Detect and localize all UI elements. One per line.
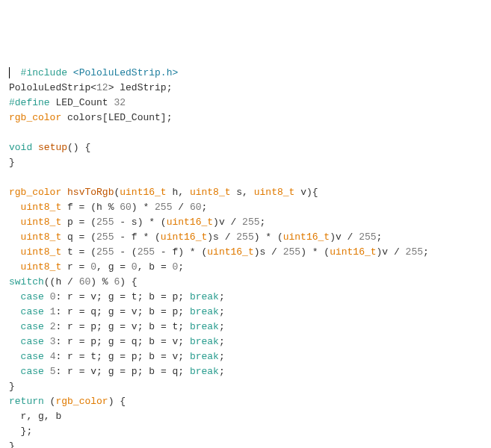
code-token: v){ bbox=[294, 187, 318, 198]
code-token: case bbox=[21, 336, 44, 347]
code-line[interactable]: void setup() { bbox=[9, 140, 482, 155]
code-token: f = (h % bbox=[61, 202, 120, 213]
code-line[interactable]: uint8_t t = (255 - (255 - f) * (uint16_t… bbox=[9, 245, 482, 260]
code-line[interactable]: }; bbox=[9, 424, 482, 439]
code-token: uint8_t bbox=[21, 246, 62, 258]
code-token: < bbox=[90, 82, 96, 93]
code-token: 255 bbox=[96, 246, 114, 258]
code-token: uint8_t bbox=[21, 217, 62, 228]
code-token: case bbox=[21, 306, 44, 317]
code-token: rgb_color bbox=[9, 112, 61, 123]
code-line[interactable] bbox=[9, 125, 482, 140]
code-token: } bbox=[9, 381, 15, 392]
code-token: p = ( bbox=[61, 217, 96, 228]
code-line[interactable]: return (rgb_color) { bbox=[9, 394, 482, 409]
indent bbox=[9, 231, 21, 243]
code-line[interactable]: case 4: r = t; g = p; b = v; break; bbox=[9, 349, 482, 364]
code-line[interactable]: uint8_t f = (h % 60) * 255 / 60; bbox=[9, 200, 482, 215]
code-token: q = ( bbox=[61, 231, 96, 243]
code-line[interactable]: uint8_t q = (255 - f * (uint16_t)s / 255… bbox=[9, 230, 482, 245]
code-line[interactable]: r, g, b bbox=[9, 409, 482, 424]
code-token: break bbox=[190, 336, 219, 347]
code-token: ; bbox=[219, 351, 225, 362]
code-line[interactable]: uint8_t r = 0, g = 0, b = 0; bbox=[9, 260, 482, 275]
code-token: - s) * ( bbox=[114, 217, 166, 228]
code-token: )v / bbox=[330, 231, 359, 243]
code-line[interactable]: PololuLedStrip<12> ledStrip; bbox=[9, 81, 482, 96]
code-editor[interactable]: #include <PololuLedStrip.h>PololuLedStri… bbox=[9, 66, 482, 448]
code-line[interactable]: case 2: r = p; g = v; b = t; break; bbox=[9, 320, 482, 335]
code-token: ; bbox=[219, 321, 225, 332]
indent bbox=[9, 261, 21, 273]
code-line[interactable]: } bbox=[9, 439, 482, 448]
code-token: h, bbox=[167, 187, 190, 198]
code-line[interactable]: #define LED_Count 32 bbox=[9, 96, 482, 111]
code-token: ) * bbox=[132, 202, 155, 213]
code-token: ; bbox=[423, 246, 429, 258]
code-token: , g = bbox=[96, 261, 132, 273]
code-token: ) * ( bbox=[254, 231, 283, 243]
code-token bbox=[61, 187, 67, 198]
code-token: ; bbox=[219, 291, 225, 302]
code-line[interactable]: uint8_t p = (255 - s) * (uint16_t)v / 25… bbox=[9, 215, 482, 230]
code-token: s, bbox=[231, 187, 254, 198]
code-token: 32 bbox=[114, 97, 126, 108]
indent bbox=[9, 67, 21, 78]
code-line[interactable]: case 3: r = p; g = q; b = v; break; bbox=[9, 335, 482, 349]
code-line[interactable]: case 0: r = v; g = t; b = p; break; bbox=[9, 290, 482, 305]
code-token: LED_Count bbox=[55, 97, 108, 108]
code-line[interactable] bbox=[9, 170, 482, 185]
code-token: PololuLedStrip bbox=[9, 82, 90, 93]
code-token: 0 bbox=[90, 261, 96, 273]
code-token: 12 bbox=[96, 82, 108, 93]
code-token: / bbox=[172, 202, 189, 213]
code-token: break bbox=[190, 306, 219, 317]
code-token: ; bbox=[178, 261, 184, 273]
indent bbox=[9, 202, 21, 213]
code-token bbox=[44, 306, 50, 317]
code-token: ) { bbox=[108, 396, 126, 407]
code-token: 255 bbox=[283, 246, 300, 258]
code-token: rgb_color bbox=[55, 396, 108, 407]
code-line[interactable]: #include <PololuLedStrip.h> bbox=[9, 66, 482, 81]
code-token: case bbox=[21, 366, 44, 377]
code-token: break bbox=[190, 321, 219, 332]
code-token: () { bbox=[67, 142, 90, 153]
code-token: colors[LED_Count]; bbox=[61, 112, 172, 123]
code-token: t = ( bbox=[61, 246, 96, 258]
code-line[interactable]: case 1: r = q; g = v; b = p; break; bbox=[9, 305, 482, 320]
code-token: #define bbox=[9, 97, 50, 108]
code-token: 255 bbox=[138, 246, 155, 258]
code-token bbox=[32, 142, 38, 153]
indent bbox=[9, 411, 21, 422]
code-line[interactable]: rgb_color colors[LED_Count]; bbox=[9, 111, 482, 125]
code-token: } bbox=[9, 441, 15, 448]
code-token: uint16_t bbox=[283, 231, 330, 243]
code-token bbox=[44, 321, 50, 332]
code-line[interactable]: } bbox=[9, 379, 482, 394]
code-token bbox=[44, 336, 50, 347]
code-token: ; bbox=[219, 366, 225, 377]
code-token: : r = v; g = t; b = p; bbox=[55, 291, 189, 302]
code-line[interactable]: switch((h / 60) % 6) { bbox=[9, 275, 482, 290]
code-token: ) % bbox=[90, 276, 114, 287]
code-token: - f * ( bbox=[114, 231, 160, 243]
code-token: uint16_t bbox=[161, 231, 207, 243]
code-token: ( bbox=[44, 396, 56, 407]
code-token: void bbox=[9, 142, 32, 153]
code-token: ; bbox=[260, 217, 266, 228]
code-token: : r = t; g = p; b = v; bbox=[55, 351, 189, 362]
code-token bbox=[44, 366, 50, 377]
code-line[interactable]: rgb_color hsvToRgb(uint16_t h, uint8_t s… bbox=[9, 185, 482, 200]
code-token: 255 bbox=[236, 231, 253, 243]
code-token: ; bbox=[219, 336, 225, 347]
code-token: : r = q; g = v; b = p; bbox=[55, 306, 189, 317]
code-line[interactable]: } bbox=[9, 155, 482, 170]
code-token bbox=[44, 351, 50, 362]
code-token: )v / bbox=[377, 246, 406, 258]
code-line[interactable]: case 5: r = v; g = p; b = q; break; bbox=[9, 364, 482, 379]
code-token: uint8_t bbox=[190, 187, 231, 198]
code-token: uint8_t bbox=[21, 231, 62, 243]
code-token: 255 bbox=[242, 217, 259, 228]
code-token: r = bbox=[61, 261, 90, 273]
